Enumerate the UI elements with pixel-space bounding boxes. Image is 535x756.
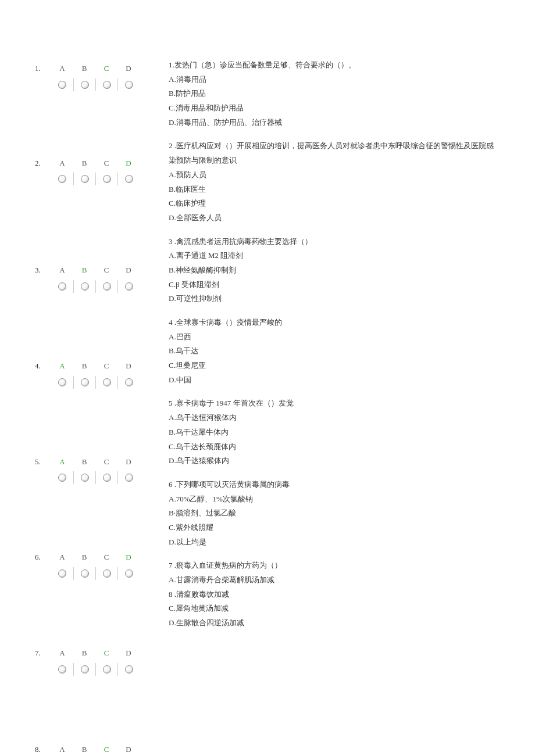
answer-letter-A: A — [51, 62, 73, 76]
radio-option-D[interactable] — [117, 78, 140, 91]
question-option: C.犀角地黄汤加减 — [169, 601, 500, 616]
question-block-7: 7 .瘀毒入血证黄热病的方药为（）A.甘露消毒丹合柴葛解肌汤加减8 .清瘟败毒饮… — [169, 558, 500, 630]
radio-option-B[interactable] — [73, 471, 95, 484]
question-block-3: 3 .禽流感患者运用抗病毒药物主要选择（）A.离子通道 M2 阻滞剂B.神经氨酸… — [169, 235, 500, 306]
question-option: D.以上均是 — [169, 535, 500, 550]
answer-number: 5. — [35, 455, 51, 470]
answer-block-3: 3.ABCD — [35, 263, 151, 293]
radio-icon — [125, 474, 133, 482]
answer-letter-C: C — [95, 359, 117, 374]
answer-letter-B: B — [73, 550, 95, 565]
answer-letter-C: C — [95, 550, 117, 565]
radio-option-C[interactable] — [95, 78, 117, 91]
question-stem: 2 .医疗机构应对（）开展相应的培训，提高医务人员对就诊者患中东呼吸综合征的警惕… — [169, 139, 500, 167]
questions-column: 1.发热门（急）诊应当配备数量足够、符合要求的（）。A.消毒用品B.防护用品C.… — [169, 58, 500, 756]
question-option: D.消毒用品、防护用品、治疗器械 — [169, 116, 500, 130]
radio-option-C[interactable] — [95, 376, 117, 389]
answer-letter-A: A — [51, 550, 73, 565]
answer-letter-C: C — [95, 646, 117, 661]
radio-option-D[interactable] — [117, 173, 140, 185]
question-stem: 5 .寨卡病毒于 1947 年首次在（）发觉 — [169, 396, 500, 411]
radio-option-C[interactable] — [95, 280, 117, 293]
radio-icon — [103, 378, 111, 386]
radio-option-C[interactable] — [95, 471, 117, 484]
answer-number: 6. — [35, 550, 51, 565]
answer-letter-A: A — [51, 743, 73, 756]
radio-option-D[interactable] — [117, 567, 140, 580]
radio-icon — [125, 175, 133, 183]
radio-icon — [58, 665, 66, 673]
question-option: B.防护用品 — [169, 87, 500, 101]
radio-icon — [103, 474, 111, 482]
answers-column: 1.ABCD2.ABCD3.ABCD4.ABCD5.ABCD6.ABCD7.AB… — [35, 58, 151, 756]
question-option: C.乌干达长颈鹿体内 — [169, 440, 500, 454]
radio-option-B[interactable] — [73, 173, 95, 185]
question-option: D.中国 — [169, 373, 500, 388]
radio-icon — [58, 378, 66, 386]
question-option: D.全部医务人员 — [169, 211, 500, 225]
answer-letter-B: B — [73, 743, 95, 756]
radio-icon — [125, 282, 133, 291]
question-option: D.生脉散合四逆汤加减 — [169, 616, 500, 630]
question-option: B.乌干达犀牛体内 — [169, 425, 500, 440]
radio-icon — [125, 378, 133, 386]
radio-option-A[interactable] — [51, 376, 73, 389]
radio-icon — [103, 175, 111, 183]
radio-option-C[interactable] — [95, 173, 117, 185]
answer-number: 1. — [35, 62, 51, 76]
radio-option-A[interactable] — [51, 78, 73, 91]
question-block-4: 4 .全球寨卡病毒（）疫情最严峻的A.巴西B.乌干达C.坦桑尼亚D.中国 — [169, 316, 500, 387]
radio-option-A[interactable] — [51, 280, 73, 293]
answer-letter-D: D — [117, 359, 140, 374]
radio-option-D[interactable] — [117, 471, 140, 484]
question-stem: 4 .全球寨卡病毒（）疫情最严峻的 — [169, 316, 500, 330]
radio-icon — [125, 665, 133, 673]
radio-option-A[interactable] — [51, 471, 73, 484]
radio-icon — [81, 175, 89, 183]
radio-icon — [103, 282, 111, 291]
answer-block-1: 1.ABCD — [35, 62, 151, 91]
radio-option-B[interactable] — [73, 663, 95, 676]
radio-option-B[interactable] — [73, 280, 95, 293]
answer-block-7: 7.ABCD — [35, 646, 151, 676]
question-option: C.β 受体阻滞剂 — [169, 278, 500, 292]
radio-option-B[interactable] — [73, 78, 95, 91]
radio-option-B[interactable] — [73, 567, 95, 580]
radio-option-B[interactable] — [73, 376, 95, 389]
answer-letter-A: A — [51, 359, 73, 374]
question-option: B.临床医生 — [169, 182, 500, 197]
question-option: 8 .清瘟败毒饮加减 — [169, 587, 500, 602]
question-stem: 6 .下列哪项可以灭活黄病毒属的病毒 — [169, 478, 500, 492]
question-stem: 3 .禽流感患者运用抗病毒药物主要选择（） — [169, 235, 500, 249]
answer-letter-D: D — [117, 263, 140, 278]
radio-option-A[interactable] — [51, 173, 73, 185]
answer-number: 7. — [35, 646, 51, 661]
radio-icon — [81, 81, 89, 89]
radio-option-D[interactable] — [117, 376, 140, 389]
radio-option-A[interactable] — [51, 567, 73, 580]
radio-option-C[interactable] — [95, 567, 117, 580]
question-block-6: 6 .下列哪项可以灭活黄病毒属的病毒A.70%乙醇、1%次氯酸钠B·脂溶剂、过氯… — [169, 478, 500, 549]
radio-option-A[interactable] — [51, 663, 73, 676]
answer-letter-C: C — [95, 263, 117, 278]
answer-letter-C: C — [95, 156, 117, 171]
question-option: B.乌干达 — [169, 344, 500, 359]
answer-letter-A: A — [51, 646, 73, 661]
question-option: A.甘露消毒丹合柴葛解肌汤加减 — [169, 573, 500, 587]
answer-letter-C: C — [95, 743, 117, 756]
question-block-5: 5 .寨卡病毒于 1947 年首次在（）发觉A.乌干达恒河猴体内B.乌干达犀牛体… — [169, 396, 500, 468]
question-block-1: 1.发热门（急）诊应当配备数量足够、符合要求的（）。A.消毒用品B.防护用品C.… — [169, 58, 500, 130]
answer-letter-D: D — [117, 743, 140, 756]
question-block-2: 2 .医疗机构应对（）开展相应的培训，提高医务人员对就诊者患中东呼吸综合征的警惕… — [169, 139, 500, 225]
radio-option-D[interactable] — [117, 280, 140, 293]
radio-option-D[interactable] — [117, 663, 140, 676]
radio-icon — [103, 665, 111, 673]
radio-option-C[interactable] — [95, 663, 117, 676]
radio-icon — [81, 665, 89, 673]
question-option: C.临床护理 — [169, 196, 500, 211]
answer-letter-C: C — [95, 455, 117, 470]
question-option: C.坦桑尼亚 — [169, 359, 500, 373]
radio-icon — [58, 175, 66, 183]
answer-number: 4. — [35, 359, 51, 374]
answer-letter-D: D — [117, 646, 140, 661]
